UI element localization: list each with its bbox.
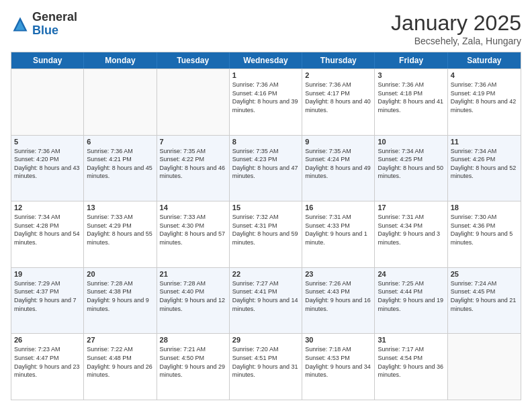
calendar-cell-day-11: 11Sunrise: 7:34 AM Sunset: 4:26 PM Dayli…: [448, 136, 521, 201]
calendar-cell-day-22: 22Sunrise: 7:27 AM Sunset: 4:41 PM Dayli…: [230, 268, 302, 334]
calendar-header-friday: Friday: [375, 52, 447, 68]
day-number: 20: [87, 270, 153, 278]
day-number: 25: [451, 270, 518, 278]
day-number: 8: [232, 138, 299, 146]
day-number: 14: [160, 203, 226, 212]
day-number: 21: [160, 270, 226, 278]
cell-text: Sunrise: 7:36 AM Sunset: 4:17 PM Dayligh…: [305, 81, 371, 114]
header: General Blue January 2025 Becsehely, Zal…: [11, 11, 521, 46]
day-number: 7: [160, 138, 226, 146]
cell-text: Sunrise: 7:28 AM Sunset: 4:40 PM Dayligh…: [160, 279, 226, 313]
calendar-cell-day-26: 26Sunrise: 7:23 AM Sunset: 4:47 PM Dayli…: [11, 334, 84, 400]
calendar-header-saturday: Saturday: [448, 52, 521, 68]
calendar-cell-day-18: 18Sunrise: 7:30 AM Sunset: 4:36 PM Dayli…: [448, 201, 521, 267]
cell-text: Sunrise: 7:36 AM Sunset: 4:16 PM Dayligh…: [232, 81, 299, 114]
calendar-cell-empty: [84, 69, 157, 135]
logo: General Blue: [11, 11, 77, 38]
day-number: 18: [451, 203, 518, 212]
calendar-cell-day-14: 14Sunrise: 7:33 AM Sunset: 4:30 PM Dayli…: [157, 201, 230, 267]
calendar-cell-day-19: 19Sunrise: 7:29 AM Sunset: 4:37 PM Dayli…: [11, 268, 84, 334]
cell-text: Sunrise: 7:35 AM Sunset: 4:22 PM Dayligh…: [160, 147, 226, 181]
calendar-body: 1Sunrise: 7:36 AM Sunset: 4:16 PM Daylig…: [11, 68, 521, 400]
calendar-cell-day-7: 7Sunrise: 7:35 AM Sunset: 4:22 PM Daylig…: [157, 136, 230, 201]
calendar-row-5: 26Sunrise: 7:23 AM Sunset: 4:47 PM Dayli…: [11, 333, 521, 400]
calendar-cell-empty: [157, 69, 230, 135]
cell-text: Sunrise: 7:35 AM Sunset: 4:23 PM Dayligh…: [232, 147, 299, 181]
logo-blue: Blue: [32, 24, 58, 37]
cell-text: Sunrise: 7:36 AM Sunset: 4:18 PM Dayligh…: [378, 81, 444, 114]
day-number: 6: [87, 138, 153, 146]
calendar-cell-empty: [11, 69, 84, 135]
month-title: January 2025: [391, 11, 521, 36]
cell-text: Sunrise: 7:30 AM Sunset: 4:36 PM Dayligh…: [451, 213, 518, 246]
cell-text: Sunrise: 7:27 AM Sunset: 4:41 PM Dayligh…: [232, 279, 299, 313]
day-number: 23: [305, 270, 371, 278]
calendar-cell-day-15: 15Sunrise: 7:32 AM Sunset: 4:31 PM Dayli…: [230, 201, 302, 267]
day-number: 15: [232, 203, 299, 212]
calendar-cell-day-29: 29Sunrise: 7:20 AM Sunset: 4:51 PM Dayli…: [230, 334, 302, 400]
cell-text: Sunrise: 7:35 AM Sunset: 4:24 PM Dayligh…: [305, 147, 371, 181]
calendar-cell-day-2: 2Sunrise: 7:36 AM Sunset: 4:17 PM Daylig…: [302, 69, 375, 135]
day-number: 9: [305, 138, 371, 146]
cell-text: Sunrise: 7:34 AM Sunset: 4:28 PM Dayligh…: [14, 213, 81, 246]
calendar-cell-day-27: 27Sunrise: 7:22 AM Sunset: 4:48 PM Dayli…: [84, 334, 157, 400]
cell-text: Sunrise: 7:31 AM Sunset: 4:34 PM Dayligh…: [378, 213, 444, 246]
title-block: January 2025 Becsehely, Zala, Hungary: [391, 11, 521, 46]
day-number: 10: [378, 138, 444, 146]
calendar-header-tuesday: Tuesday: [157, 52, 230, 68]
calendar-cell-day-8: 8Sunrise: 7:35 AM Sunset: 4:23 PM Daylig…: [230, 136, 302, 201]
calendar-header-thursday: Thursday: [302, 52, 375, 68]
cell-text: Sunrise: 7:24 AM Sunset: 4:45 PM Dayligh…: [451, 279, 518, 313]
cell-text: Sunrise: 7:31 AM Sunset: 4:33 PM Dayligh…: [305, 213, 371, 246]
cell-text: Sunrise: 7:20 AM Sunset: 4:51 PM Dayligh…: [232, 345, 299, 379]
day-number: 11: [451, 138, 518, 146]
day-number: 28: [160, 336, 226, 344]
calendar-cell-day-20: 20Sunrise: 7:28 AM Sunset: 4:38 PM Dayli…: [84, 268, 157, 334]
calendar-row-1: 1Sunrise: 7:36 AM Sunset: 4:16 PM Daylig…: [11, 68, 521, 135]
calendar-row-3: 12Sunrise: 7:34 AM Sunset: 4:28 PM Dayli…: [11, 201, 521, 267]
day-number: 16: [305, 203, 371, 212]
calendar-cell-day-4: 4Sunrise: 7:36 AM Sunset: 4:19 PM Daylig…: [448, 69, 521, 135]
day-number: 26: [14, 336, 81, 344]
calendar-cell-day-3: 3Sunrise: 7:36 AM Sunset: 4:18 PM Daylig…: [375, 69, 447, 135]
calendar-cell-day-28: 28Sunrise: 7:21 AM Sunset: 4:50 PM Dayli…: [157, 334, 230, 400]
day-number: 29: [232, 336, 299, 344]
day-number: 12: [14, 203, 81, 212]
day-number: 1: [232, 71, 299, 79]
day-number: 31: [378, 336, 444, 344]
calendar-cell-day-24: 24Sunrise: 7:25 AM Sunset: 4:44 PM Dayli…: [375, 268, 447, 334]
calendar-cell-day-21: 21Sunrise: 7:28 AM Sunset: 4:40 PM Dayli…: [157, 268, 230, 334]
cell-text: Sunrise: 7:33 AM Sunset: 4:29 PM Dayligh…: [87, 213, 153, 246]
cell-text: Sunrise: 7:29 AM Sunset: 4:37 PM Dayligh…: [14, 279, 81, 313]
day-number: 27: [87, 336, 153, 344]
day-number: 19: [14, 270, 81, 278]
logo-text: General Blue: [32, 11, 77, 38]
calendar-header-monday: Monday: [84, 52, 157, 68]
cell-text: Sunrise: 7:22 AM Sunset: 4:48 PM Dayligh…: [87, 345, 153, 379]
calendar-cell-empty: [448, 334, 521, 400]
calendar-cell-day-23: 23Sunrise: 7:26 AM Sunset: 4:43 PM Dayli…: [302, 268, 375, 334]
cell-text: Sunrise: 7:36 AM Sunset: 4:21 PM Dayligh…: [87, 147, 153, 181]
cell-text: Sunrise: 7:25 AM Sunset: 4:44 PM Dayligh…: [378, 279, 444, 313]
calendar-cell-day-9: 9Sunrise: 7:35 AM Sunset: 4:24 PM Daylig…: [302, 136, 375, 201]
day-number: 3: [378, 71, 444, 79]
calendar-cell-day-13: 13Sunrise: 7:33 AM Sunset: 4:29 PM Dayli…: [84, 201, 157, 267]
day-number: 5: [14, 138, 81, 146]
calendar-header-wednesday: Wednesday: [230, 52, 302, 68]
day-number: 22: [232, 270, 299, 278]
cell-text: Sunrise: 7:34 AM Sunset: 4:25 PM Dayligh…: [378, 147, 444, 181]
cell-text: Sunrise: 7:36 AM Sunset: 4:19 PM Dayligh…: [451, 81, 518, 114]
cell-text: Sunrise: 7:23 AM Sunset: 4:47 PM Dayligh…: [14, 345, 81, 379]
logo-general: General: [32, 10, 77, 24]
cell-text: Sunrise: 7:32 AM Sunset: 4:31 PM Dayligh…: [232, 213, 299, 246]
calendar-cell-day-10: 10Sunrise: 7:34 AM Sunset: 4:25 PM Dayli…: [375, 136, 447, 201]
calendar-cell-day-30: 30Sunrise: 7:18 AM Sunset: 4:53 PM Dayli…: [302, 334, 375, 400]
cell-text: Sunrise: 7:18 AM Sunset: 4:53 PM Dayligh…: [305, 345, 371, 379]
calendar: SundayMondayTuesdayWednesdayThursdayFrid…: [11, 52, 521, 400]
day-number: 30: [305, 336, 371, 344]
cell-text: Sunrise: 7:17 AM Sunset: 4:54 PM Dayligh…: [378, 345, 444, 379]
cell-text: Sunrise: 7:33 AM Sunset: 4:30 PM Dayligh…: [160, 213, 226, 246]
calendar-cell-day-1: 1Sunrise: 7:36 AM Sunset: 4:16 PM Daylig…: [230, 69, 302, 135]
calendar-header-sunday: Sunday: [11, 52, 84, 68]
calendar-cell-day-6: 6Sunrise: 7:36 AM Sunset: 4:21 PM Daylig…: [84, 136, 157, 201]
